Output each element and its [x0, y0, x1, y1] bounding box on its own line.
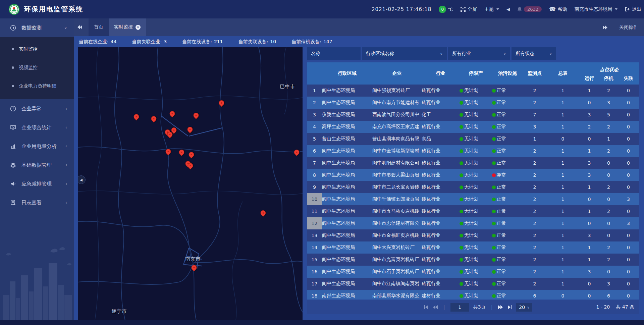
table-row[interactable]: 15 阆中生态环境局 阆中市光富页岩机砖厂 砖瓦行业 无计划 正常 [307, 254, 639, 266]
bar-chart-icon [9, 143, 17, 149]
sidebar-item-enterprise-abnormal[interactable]: 企业异常 ‹ [0, 99, 74, 118]
stopped-count-cell: 0 [599, 229, 618, 241]
table-row[interactable]: 5 营山生态环境局 营山县润丰肉食品有限 食品 无计划 正常 [307, 133, 639, 145]
table-row[interactable]: 3 仪陇生态环境局 西南油气田分公司川中 化工 无计划 正常 [307, 109, 639, 121]
running-count-cell: 1 [579, 145, 599, 157]
chevron-expanded-icon: ∨ [64, 25, 67, 30]
total-meter-cell: 1 [546, 266, 579, 278]
table-row[interactable]: 16 阆中生态环境局 阆中市石子页岩机砖厂 砖瓦行业 无计划 正常 [307, 266, 639, 278]
prev-page-button[interactable] [433, 305, 438, 309]
sidebar-item-log-view[interactable]: 日志查看 ‹ [0, 193, 74, 212]
disconnected-count-cell: 0 [618, 121, 639, 133]
theme-dropdown[interactable]: 主题 [484, 6, 499, 12]
table-row[interactable]: 18 南部生态环境局 南部县斯华水泥有限公 建材行业 无计划 正常 [307, 290, 639, 300]
total-meter-cell: 1 [546, 229, 579, 241]
table-row[interactable]: 10 阆中生态环境局 阆中千佛镇五郎垭页岩 砖瓦行业 无计划 正常 [307, 193, 639, 205]
sidebar-item-video-monitoring[interactable]: 视频监控 [0, 58, 74, 77]
status-dot-icon [492, 161, 496, 165]
last-page-button[interactable] [507, 305, 512, 309]
region-cell: 阆中生态环境局 [322, 217, 372, 229]
stopped-count-cell: 0 [599, 217, 618, 229]
table-row[interactable]: 1 阆中生态环境局 阆中强锐页岩砖厂 砖瓦行业 无计划 正常 [307, 85, 639, 97]
map-pin[interactable] [134, 114, 140, 120]
total-meter-cell: 1 [546, 278, 579, 290]
next-page-button[interactable] [498, 305, 503, 309]
industry-select[interactable]: 所有行业 ∨ [448, 47, 510, 60]
sidebar-item-electricity-analysis[interactable]: 企业用电量分析 ‹ [0, 137, 74, 156]
mute-button[interactable]: ◀ [506, 7, 510, 12]
chevron-left-icon: ◀ [80, 178, 83, 182]
fullscreen-button[interactable]: 全屏 [461, 6, 477, 12]
top-right-tools: 2021-02-25 17:46:18 0 ℃ 全屏 主题 ◀ [372, 0, 641, 18]
name-search-input[interactable]: 名称 [307, 47, 361, 60]
region-select[interactable]: 行政区域名称 ∨ [362, 47, 447, 60]
sidebar-item-power-load-detail[interactable]: 企业电力负荷明细 [0, 77, 74, 95]
sidebar-item-realtime-monitoring[interactable]: 实时监控 [0, 40, 74, 58]
disconnected-count-cell: 0 [618, 169, 639, 181]
column-header-stopped: 停机 [599, 75, 618, 82]
sidebar-item-enterprise-statistics[interactable]: 企业综合统计 ‹ [0, 118, 74, 137]
map-pin[interactable] [166, 149, 171, 155]
tab-realtime-monitoring[interactable]: 实时监控 ✕ [109, 18, 146, 36]
org-dropdown[interactable]: 南充市生态环境局 [575, 6, 618, 12]
table-row[interactable]: 11 阆中生态环境局 阆中市五马桥页岩机砖 砖瓦行业 无计划 正常 [307, 205, 639, 217]
table-row[interactable]: 14 阆中生态环境局 阆中大兴页岩机砖厂 砖瓦行业 无计划 正常 [307, 241, 639, 254]
sidebar-item-emergency-reduction[interactable]: 应急减排管理 ‹ [0, 174, 74, 193]
help-button[interactable]: ☎ 帮助 [549, 6, 567, 12]
row-index-cell: 3 [307, 109, 322, 121]
logout-button[interactable]: 退出 [625, 6, 641, 12]
map-pin[interactable] [167, 132, 173, 138]
industry-cell: 化工 [422, 109, 460, 121]
status-dot-icon [460, 149, 463, 153]
page-number-input[interactable]: 1 [450, 303, 469, 312]
table-row[interactable]: 6 阆中生态环境局 阆中市金博瑞新型墙材 砖瓦行业 无计划 正常 [307, 145, 639, 157]
status-select[interactable]: 所有状态 ∨ [512, 47, 556, 60]
map-pin[interactable] [179, 150, 185, 156]
map-panel[interactable]: 巴中市 南充市 遂宁市 [78, 47, 303, 320]
tab-home[interactable]: 首页 [89, 18, 109, 36]
table-row[interactable]: 12 阆中生态环境局 阆中市忠信建材有限公 砖瓦行业 无计划 正常 [307, 217, 639, 229]
location-pin-icon [190, 264, 198, 272]
tabs-scroll-left-button[interactable] [74, 18, 86, 36]
tabs-scroll-right-button[interactable] [599, 25, 611, 30]
close-operations-button[interactable]: 关闭操作 [619, 24, 638, 31]
column-header-index [307, 62, 322, 85]
production-status-cell: 无计划 [460, 85, 492, 97]
map-pin[interactable] [194, 113, 199, 119]
table-row[interactable]: 17 阆中生态环境局 阆中市江南镇阆南页岩 砖瓦行业 无计划 正常 [307, 278, 639, 290]
company-cell: 南部县斯华水泥有限公 [372, 290, 422, 300]
page-size-select[interactable]: 20 ∨ [516, 303, 532, 312]
table-row[interactable]: 4 高坪生态环境局 南充市高坪区王家店建 砖瓦行业 无计划 正常 [307, 121, 639, 133]
disconnected-count-cell: 0 [618, 278, 639, 290]
map-pin[interactable] [151, 116, 157, 122]
table-row[interactable]: 8 阆中生态环境局 阆中市枣碧大梁山页岩 砖瓦行业 无计划 异常 [307, 169, 639, 181]
notifications[interactable]: 2632 [517, 6, 542, 12]
table-row[interactable]: 9 阆中生态环境局 阆中市二龙长宝页岩砖 砖瓦行业 无计划 正常 [307, 181, 639, 193]
close-icon[interactable]: ✕ [136, 25, 141, 30]
map-pin[interactable] [187, 127, 193, 133]
row-index-cell: 17 [307, 278, 322, 290]
table-row[interactable]: 13 阆中生态环境局 阆中市金福旺页岩机砖 砖瓦行业 无计划 正常 [307, 229, 639, 241]
running-count-cell: 0 [579, 278, 599, 290]
table-row[interactable]: 2 阆中生态环境局 阆中市南方节能建材有 砖瓦行业 无计划 正常 [307, 97, 639, 109]
map-pin[interactable] [192, 265, 197, 271]
map-pin[interactable] [188, 163, 194, 169]
table-row[interactable]: 7 阆中生态环境局 阆中明阳建材有限公司 砖瓦行业 无计划 正常 [307, 157, 639, 169]
sidebar-item-data-monitoring[interactable]: 数据监测 ∨ [0, 18, 74, 37]
stopped-count-cell: 0 [599, 266, 618, 278]
sidebar-item-base-data[interactable]: 基础数据管理 ‹ [0, 156, 74, 174]
location-pin-icon [192, 112, 200, 119]
first-page-button[interactable] [424, 305, 429, 309]
map-pin[interactable] [261, 210, 266, 217]
column-header-company: 企业 [372, 62, 422, 85]
production-status-cell: 无计划 [460, 97, 492, 109]
monitor-count-cell: 2 [523, 278, 546, 290]
status-dot-icon [492, 258, 496, 262]
map-pin[interactable] [189, 152, 195, 158]
map-pin[interactable] [219, 100, 225, 107]
map-pin[interactable] [170, 111, 175, 117]
map-pin[interactable] [294, 150, 300, 156]
chevron-down-icon [615, 8, 618, 10]
stopped-count-cell: 0 [599, 169, 618, 181]
industry-cell: 砖瓦行业 [422, 278, 460, 290]
